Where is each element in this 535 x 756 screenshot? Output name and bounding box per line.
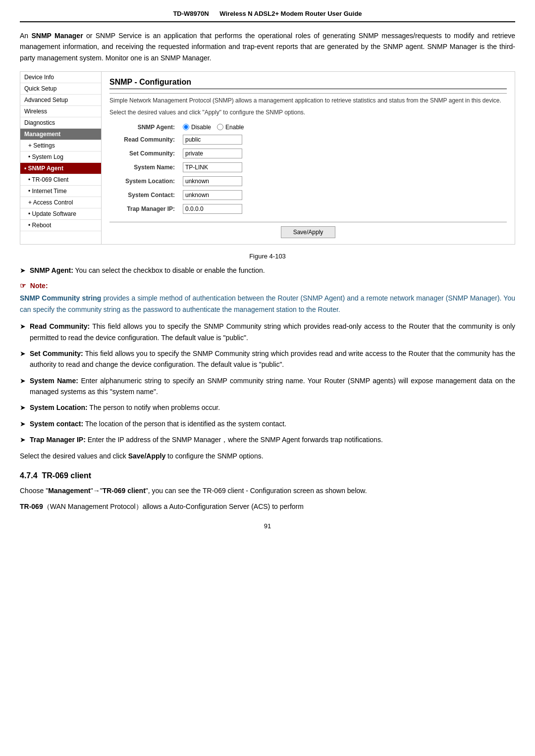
- system-name-row: System Name:: [109, 160, 507, 174]
- sidebar-item-advanced-setup[interactable]: Advanced Setup: [20, 95, 101, 106]
- bullet-arrow-4: ➤: [20, 375, 26, 398]
- system-name-bullet-bold: System Name:: [30, 377, 78, 385]
- set-community-input[interactable]: [183, 149, 242, 158]
- bullet-arrow-6: ➤: [20, 418, 26, 429]
- read-community-bullet-bold: Read Community:: [30, 322, 90, 330]
- intro-bold1: SNMP Manager: [31, 32, 83, 40]
- sidebar-item-quick-setup[interactable]: Quick Setup: [20, 83, 101, 95]
- page-number: 91: [20, 522, 515, 530]
- snmp-agent-row: SNMP Agent: Disable Enable: [109, 122, 507, 133]
- set-community-bullet: ➤ Set Community: This field allows you t…: [20, 348, 515, 370]
- system-contact-bullet-text: System contact: The location of the pers…: [30, 418, 286, 429]
- sidebar-item-diagnostics[interactable]: Diagnostics: [20, 117, 101, 129]
- bullet-arrow-1: ➤: [20, 265, 26, 276]
- header-title: Wireless N ADSL2+ Modem Router User Guid…: [219, 10, 362, 17]
- system-location-row: System Location:: [109, 174, 507, 188]
- sidebar-item-management[interactable]: Management: [20, 129, 101, 140]
- snmp-config-title: SNMP - Configuration: [109, 78, 507, 89]
- content-area: SNMP - Configuration Simple Network Mana…: [102, 71, 515, 245]
- snmp-enable-label[interactable]: Enable: [217, 124, 244, 131]
- trap-manager-row: Trap Manager IP:: [109, 202, 507, 216]
- sidebar-item-settings[interactable]: + Settings: [20, 140, 101, 151]
- note-section: ☞ Note: SNMP Community string provides a…: [20, 282, 515, 315]
- system-contact-input[interactable]: [183, 190, 242, 200]
- note-bold: SNMP Community string: [20, 294, 101, 302]
- system-location-bullet-text: System Location: The person to notify wh…: [30, 402, 220, 413]
- system-name-input[interactable]: [183, 162, 242, 172]
- snmp-agent-bullet-section: ➤ SNMP Agent: You can select the checkbo…: [20, 265, 515, 276]
- system-name-label: System Name:: [109, 160, 179, 174]
- system-location-input[interactable]: [183, 176, 242, 186]
- read-community-input[interactable]: [183, 135, 242, 145]
- read-community-value: [179, 133, 507, 147]
- tr069-bold2: TR-069: [20, 503, 43, 510]
- save-btn-row: Save/Apply: [109, 226, 507, 238]
- system-location-bullet-bold: System Location:: [30, 403, 88, 411]
- mgmt-bold: Management: [48, 487, 91, 495]
- snmp-enable-radio[interactable]: [217, 124, 223, 130]
- sidebar-item-wireless[interactable]: Wireless: [20, 106, 101, 117]
- save-apply-inline-bold: Save/Apply: [128, 452, 165, 460]
- form-bottom-rule: [109, 222, 507, 222]
- system-location-value: [179, 174, 507, 188]
- tr069-bold: TR-069 client: [103, 487, 146, 495]
- system-name-value: [179, 160, 507, 174]
- sidebar-item-reboot[interactable]: • Reboot: [20, 220, 101, 231]
- snmp-disable-label[interactable]: Disable: [183, 124, 211, 131]
- system-contact-row: System Contact:: [109, 188, 507, 202]
- section-474-title: 4.7.4 TR-069 client: [20, 471, 515, 480]
- system-contact-value: [179, 188, 507, 202]
- bullet-arrow-7: ➤: [20, 434, 26, 445]
- snmp-form-table: SNMP Agent: Disable Enable Read Communit…: [109, 122, 507, 216]
- read-community-row: Read Community:: [109, 133, 507, 147]
- snmp-disable-radio[interactable]: [183, 124, 189, 130]
- trap-manager-label: Trap Manager IP:: [109, 202, 179, 216]
- detail-bullets-section: ➤ Read Community: This field allows you …: [20, 321, 515, 446]
- system-contact-label: System Contact:: [109, 188, 179, 202]
- trap-manager-value: [179, 202, 507, 216]
- header-model: TD-W8970N: [173, 10, 209, 17]
- trap-manager-input[interactable]: [183, 204, 242, 214]
- trap-manager-bullet-bold: Trap Manager IP:: [30, 436, 86, 444]
- snmp-agent-bullet: ➤ SNMP Agent: You can select the checkbo…: [20, 265, 515, 276]
- note-label: ☞ Note:: [20, 282, 515, 290]
- system-name-bullet: ➤ System Name: Enter alphanumeric string…: [20, 375, 515, 398]
- system-location-bullet: ➤ System Location: The person to notify …: [20, 402, 515, 413]
- sidebar-item-device-info[interactable]: Device Info: [20, 72, 101, 83]
- snmp-agent-value: Disable Enable: [179, 122, 507, 133]
- system-name-bullet-text: System Name: Enter alphanumeric string t…: [30, 375, 515, 398]
- page-header: TD-W8970N Wireless N ADSL2+ Modem Router…: [20, 10, 515, 22]
- set-community-bullet-bold: Set Community:: [30, 350, 83, 357]
- sidebar-item-update-software[interactable]: • Update Software: [20, 208, 101, 220]
- snmp-select-text: Select the desired values and click "App…: [109, 109, 507, 116]
- section-474-para1: Choose "Management"→"TR-069 client", you…: [20, 485, 515, 496]
- snmp-agent-radio-group: Disable Enable: [183, 124, 503, 131]
- read-community-bullet-text: Read Community: This field allows you to…: [30, 321, 515, 343]
- sidebar-item-internet-time[interactable]: • Internet Time: [20, 186, 101, 197]
- system-contact-bullet: ➤ System contact: The location of the pe…: [20, 418, 515, 429]
- note-content: SNMP Community string provides a simple …: [20, 293, 515, 315]
- select-bottom-text: Select the desired values and click Save…: [20, 451, 515, 461]
- sidebar-item-system-log[interactable]: • System Log: [20, 151, 101, 163]
- snmp-agent-bold: SNMP Agent:: [30, 266, 73, 274]
- bullet-arrow-2: ➤: [20, 321, 26, 343]
- read-community-bullet: ➤ Read Community: This field allows you …: [20, 321, 515, 343]
- sidebar-item-tr069[interactable]: • TR-069 Client: [20, 174, 101, 186]
- set-community-value: [179, 147, 507, 160]
- sidebar-item-access-control[interactable]: + Access Control: [20, 197, 101, 208]
- set-community-row: Set Community:: [109, 147, 507, 160]
- snmp-desc: Simple Network Management Protocol (SNMP…: [109, 97, 507, 105]
- section-474-para2: TR-069（WAN Management Protocol）allows a …: [20, 501, 515, 512]
- bullet-arrow-3: ➤: [20, 348, 26, 370]
- save-apply-button[interactable]: Save/Apply: [281, 226, 336, 238]
- snmp-agent-bullet-text: SNMP Agent: You can select the checkbox …: [30, 265, 265, 276]
- system-location-label: System Location:: [109, 174, 179, 188]
- bullet-arrow-5: ➤: [20, 402, 26, 413]
- read-community-label: Read Community:: [109, 133, 179, 147]
- sidebar-item-snmp-agent[interactable]: • SNMP Agent: [20, 163, 101, 174]
- trap-manager-bullet: ➤ Trap Manager IP: Enter the IP address …: [20, 434, 515, 445]
- set-community-bullet-text: Set Community: This field allows you to …: [30, 348, 515, 370]
- sidebar: Device Info Quick Setup Advanced Setup W…: [20, 71, 102, 245]
- main-layout: Device Info Quick Setup Advanced Setup W…: [20, 71, 515, 245]
- snmp-agent-label: SNMP Agent:: [109, 122, 179, 133]
